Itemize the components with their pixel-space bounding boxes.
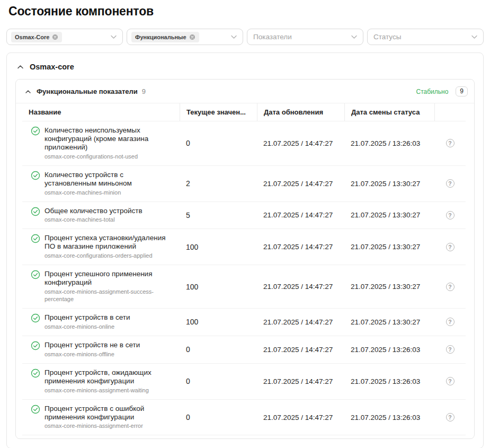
select-placeholder: Статусы xyxy=(373,33,401,41)
tag-close-icon[interactable] xyxy=(52,34,58,40)
status-changed-date-cell: 21.07.2025 / 13:30:27 xyxy=(344,314,434,330)
indicator-code: osmax-core-minions-assignment-waiting xyxy=(44,387,174,394)
indicator-name-cell: Процент успеха установки/удаления ПО в м… xyxy=(22,229,180,265)
status-label: Стабильно xyxy=(416,88,448,95)
filter-tag-label: Функциональные xyxy=(135,34,186,40)
indicator-title: Процент устройств, ожидающих применения … xyxy=(44,368,174,385)
status-changed-date-cell: 21.07.2025 / 13:26:03 xyxy=(344,373,434,390)
help-cell: ? xyxy=(434,175,466,192)
group-header-osmax-core[interactable]: Osmax-core xyxy=(7,53,483,79)
indicator-code: osmax-core-minions-assignment-success-pe… xyxy=(44,288,174,303)
indicator-text: Количество устройств с установленным мин… xyxy=(44,171,174,197)
question-circle-icon[interactable]: ? xyxy=(446,179,455,188)
column-header-name: Название xyxy=(22,103,180,121)
status-changed-date-cell: 21.07.2025 / 13:30:27 xyxy=(344,207,434,223)
indicator-title: Процент устройств с ошибкой применения к… xyxy=(44,405,174,421)
chevron-up-icon[interactable] xyxy=(17,64,24,71)
indicator-title: Общее количество устройств xyxy=(44,207,142,215)
table-row: Количество устройств с установленным мин… xyxy=(22,166,466,202)
status-changed-date-cell: 21.07.2025 / 13:26:03 xyxy=(344,409,434,426)
question-circle-icon[interactable]: ? xyxy=(446,139,455,147)
success-check-icon xyxy=(31,234,40,243)
indicator-name-cell: Процент успешного применения конфигураци… xyxy=(22,265,180,308)
updated-date-cell: 21.07.2025 / 14:47:27 xyxy=(257,207,344,223)
indicator-code: osmax-core-minions-online xyxy=(44,323,130,331)
table-row: Процент устройств, ожидающих применения … xyxy=(22,364,466,400)
table-header-row: Название Текущее значен... Дата обновлен… xyxy=(22,103,466,121)
current-value-cell: 100 xyxy=(180,313,257,330)
question-circle-icon[interactable]: ? xyxy=(446,345,455,354)
card-header[interactable]: Функциональные показатели 9 Стабильно 9 xyxy=(16,80,474,103)
question-circle-icon[interactable]: ? xyxy=(446,243,455,251)
indicator-text: Процент успешного применения конфигураци… xyxy=(44,270,174,303)
filter-components-select[interactable]: Osmax-Core xyxy=(6,29,123,45)
column-header-updated: Дата обновления xyxy=(257,103,344,121)
filter-statuses-select[interactable]: Статусы xyxy=(367,29,484,45)
indicator-name-cell: Процент устройств не в сети osmax-core-m… xyxy=(22,336,180,363)
success-check-icon xyxy=(31,171,40,180)
updated-date-cell: 21.07.2025 / 14:47:27 xyxy=(257,175,344,192)
current-value-cell: 100 xyxy=(180,278,257,295)
card-title: Функциональные показатели xyxy=(37,87,138,95)
success-check-icon xyxy=(31,368,40,378)
success-check-icon xyxy=(31,207,40,216)
success-check-icon xyxy=(31,270,40,279)
current-value-cell: 2 xyxy=(180,175,257,192)
current-value-cell: 0 xyxy=(180,409,257,426)
help-cell: ? xyxy=(434,313,466,330)
component-status-page: Состояние компонентов Osmax-Core Функцио… xyxy=(0,0,490,448)
filter-indicators-select[interactable]: Показатели xyxy=(247,29,363,45)
indicator-title: Количество устройств с установленным мин… xyxy=(44,171,174,188)
question-circle-icon[interactable]: ? xyxy=(446,377,455,385)
table-row: Процент устройств с ошибкой применения к… xyxy=(22,400,466,436)
success-check-icon xyxy=(31,126,40,136)
indicator-text: Процент устройств с ошибкой применения к… xyxy=(44,405,174,431)
help-cell: ? xyxy=(434,278,466,295)
functional-indicators-card: Функциональные показатели 9 Стабильно 9 … xyxy=(15,79,475,439)
help-cell: ? xyxy=(434,409,466,426)
question-circle-icon[interactable]: ? xyxy=(446,318,455,326)
updated-date-cell: 21.07.2025 / 14:47:27 xyxy=(257,239,344,255)
indicator-name-cell: Процент устройств с ошибкой применения к… xyxy=(22,400,180,435)
indicator-code: osmax-core-machines-minion xyxy=(44,189,174,197)
help-cell: ? xyxy=(434,239,466,256)
page-title: Состояние компонентов xyxy=(8,4,484,19)
updated-date-cell: 21.07.2025 / 14:47:27 xyxy=(257,341,344,358)
question-circle-icon[interactable]: ? xyxy=(446,211,455,219)
filter-types-select[interactable]: Функциональные xyxy=(127,29,243,45)
updated-date-cell: 21.07.2025 / 14:47:27 xyxy=(257,135,344,152)
indicator-code: osmax-core-minions-offline xyxy=(44,351,140,358)
indicator-text: Процент успеха установки/удаления ПО в м… xyxy=(44,234,174,260)
filter-tag-components: Osmax-Core xyxy=(11,32,62,42)
status-changed-date-cell: 21.07.2025 / 13:26:03 xyxy=(344,341,434,358)
updated-date-cell: 21.07.2025 / 14:47:27 xyxy=(257,278,344,295)
table-row: Общее количество устройств osmax-core-ma… xyxy=(22,202,466,230)
indicator-code: osmax-core-minions-assignment-error xyxy=(44,423,174,430)
table-body: Количество неиспользуемых конфигураций (… xyxy=(22,121,466,435)
filter-tag-types: Функциональные xyxy=(131,32,199,42)
question-circle-icon[interactable]: ? xyxy=(446,413,455,421)
current-value-cell: 100 xyxy=(180,239,257,256)
chevron-down-icon xyxy=(351,33,358,40)
filter-bar: Osmax-Core Функциональные xyxy=(6,29,484,45)
current-value-cell: 0 xyxy=(180,135,257,152)
question-circle-icon[interactable]: ? xyxy=(446,283,455,291)
indicator-name-cell: Количество устройств с установленным мин… xyxy=(22,166,180,201)
tag-close-icon[interactable] xyxy=(189,34,195,40)
chevron-down-icon xyxy=(230,33,237,40)
status-count-badge: 9 xyxy=(456,86,468,96)
table-row: Количество неиспользуемых конфигураций (… xyxy=(22,121,466,166)
indicator-text: Общее количество устройств osmax-core-ma… xyxy=(44,207,142,224)
success-check-icon xyxy=(31,405,40,414)
indicator-text: Процент устройств, ожидающих применения … xyxy=(44,368,174,394)
indicator-name-cell: Процент устройств, ожидающих применения … xyxy=(22,364,180,399)
filter-tag-label: Osmax-Core xyxy=(15,34,49,40)
success-check-icon xyxy=(31,341,40,350)
select-placeholder: Показатели xyxy=(253,33,292,41)
indicator-text: Процент устройств в сети osmax-core-mini… xyxy=(44,313,130,331)
success-check-icon xyxy=(31,313,40,323)
chevron-up-icon[interactable] xyxy=(25,89,31,95)
card-count: 9 xyxy=(142,87,146,95)
indicator-name-cell: Количество неиспользуемых конфигураций (… xyxy=(22,121,180,165)
indicators-table: Название Текущее значен... Дата обновлен… xyxy=(22,103,466,435)
